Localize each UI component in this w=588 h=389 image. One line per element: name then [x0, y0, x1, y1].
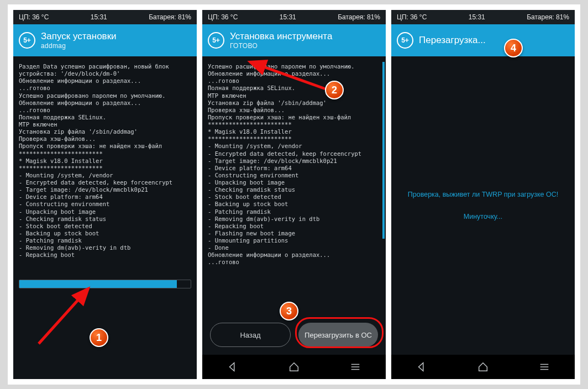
status-time: 15:31: [238, 13, 338, 21]
nav-recent-icon[interactable]: [538, 361, 550, 373]
nav-back-icon[interactable]: [416, 361, 428, 373]
page-subtitle: ГОТОВО: [230, 42, 332, 50]
scrollbar-indicator-icon[interactable]: [382, 62, 385, 239]
install-progress-fill: [19, 280, 177, 288]
status-bar: ЦП: 36 °C 15:31 Батарея: 81%: [13, 10, 197, 24]
status-cpu: ЦП: 36 °C: [19, 13, 49, 21]
reboot-os-button[interactable]: Перезагрузить в ОС: [298, 323, 378, 347]
status-battery: Батарея: 81%: [338, 13, 380, 21]
status-battery: Батарея: 81%: [527, 13, 569, 21]
console[interactable]: Успешно расшифровано паролем по умолчани…: [202, 56, 386, 301]
wait-line-1: Проверка, выживет ли TWRP при загрузке О…: [408, 191, 558, 198]
screen-2: ЦП: 36 °C 15:31 Батарея: 81% 5+ Установк…: [202, 10, 386, 379]
back-button[interactable]: Назад: [210, 323, 291, 347]
title-bar: 5+ Запуск установки addmag: [13, 24, 197, 56]
nav-recent-icon[interactable]: [349, 361, 361, 373]
app-badge-icon: 5+: [397, 32, 413, 49]
nav-bar: [202, 355, 386, 379]
page-title: Установка инструмента: [230, 31, 332, 42]
app-badge-icon: 5+: [208, 32, 224, 49]
log-output: Раздел Data успешно расшифрован, новый б…: [19, 63, 191, 259]
status-cpu: ЦП: 36 °C: [208, 13, 238, 21]
log-output: Успешно расшифровано паролем по умолчани…: [208, 63, 380, 266]
page-subtitle: addmag: [41, 42, 117, 50]
nav-home-icon[interactable]: [477, 361, 489, 373]
screen-1: ЦП: 36 °C 15:31 Батарея: 81% 5+ Запуск у…: [13, 10, 197, 379]
title-bar: 5+ Установка инструмента ГОТОВО: [202, 24, 386, 56]
page-title: Перезагрузка...: [419, 35, 486, 46]
screen-3: ЦП: 36 °C 15:31 Батарея: 81% 5+ Перезагр…: [391, 10, 575, 379]
title-bar: 5+ Перезагрузка...: [391, 24, 575, 56]
status-battery: Батарея: 81%: [149, 13, 191, 21]
nav-back-icon[interactable]: [227, 361, 239, 373]
wait-line-2: Минуточку...: [464, 213, 502, 220]
button-row: Назад Перезагрузить в ОС: [202, 323, 386, 355]
console[interactable]: Раздел Data успешно расшифрован, новый б…: [13, 56, 197, 276]
wait-message: Проверка, выживет ли TWRP при загрузке О…: [391, 56, 575, 355]
app-badge-icon: 5+: [19, 32, 35, 49]
nav-home-icon[interactable]: [288, 361, 300, 373]
page-title: Запуск установки: [41, 31, 117, 42]
nav-bar: [391, 355, 575, 379]
install-progress: [19, 280, 191, 288]
status-time: 15:31: [49, 13, 149, 21]
status-cpu: ЦП: 36 °C: [397, 13, 427, 21]
status-time: 15:31: [427, 13, 527, 21]
status-bar: ЦП: 36 °C 15:31 Батарея: 81%: [202, 10, 386, 24]
status-bar: ЦП: 36 °C 15:31 Батарея: 81%: [391, 10, 575, 24]
